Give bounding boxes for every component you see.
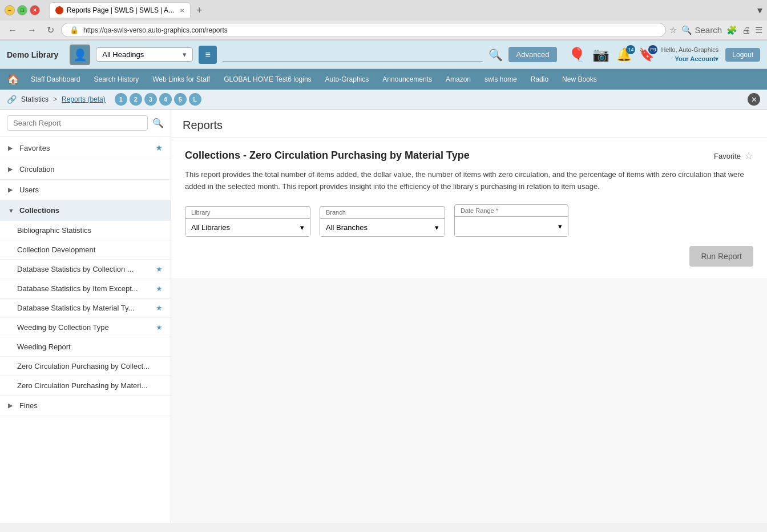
lock-icon: 🔒 [70,26,79,34]
sidebar-subitem-weeding-report[interactable]: Weeding Report [0,337,171,357]
notification-count: 14 [626,45,635,54]
breadcrumb: 🔗 Statistics > Reports (beta) 1 2 3 4 5 … [0,90,767,110]
sidebar-subitem-bibliographic[interactable]: Bibliographic Statistics [0,221,171,240]
report-detail: Collections - Zero Circulation Purchasin… [171,138,767,278]
date-range-filter-label: Date Range * [455,205,568,217]
library-name: Demo Library [7,50,58,59]
home-icon[interactable]: 🏠 [7,73,19,86]
sidebar-item-users[interactable]: ▶ Users [0,180,171,200]
db-item-star-icon[interactable]: ★ [156,284,163,293]
fines-label: Fines [19,401,163,410]
report-description: This report provides the total number of… [185,169,753,193]
nav-new-books[interactable]: New Books [555,71,604,88]
menu-icon[interactable]: ☰ [755,25,762,35]
account-link[interactable]: Your Account▾ [661,55,718,63]
main-search-button[interactable]: 🔍 [489,48,503,62]
breadcrumb-end[interactable]: Reports (beta) [62,95,106,103]
greeting-text: Hello, Auto-Graphics [661,46,718,54]
sidebar-subitem-db-collection[interactable]: Database Statistics by Collection ... ★ [0,260,171,279]
sidebar-item-collections[interactable]: ▼ Collections [0,200,171,221]
collections-arrow: ▼ [8,207,15,214]
favorites-arrow: ▶ [8,144,15,152]
bookmark-icon[interactable]: ☆ [669,25,677,35]
db-collection-star-icon[interactable]: ★ [156,265,163,273]
logout-button[interactable]: Logout [725,48,760,62]
tab-close-button[interactable]: ✕ [180,7,184,14]
breadcrumb-step-l[interactable]: L [189,93,201,106]
nav-amazon[interactable]: Amazon [439,71,478,88]
nav-auto-graphics[interactable]: Auto-Graphics [318,71,376,88]
favorite-star-icon[interactable]: ☆ [744,150,753,162]
users-arrow: ▶ [8,186,15,194]
db-material-star-icon[interactable]: ★ [156,304,163,312]
close-button[interactable]: ✕ [30,5,40,15]
filters-row: Library All Libraries ▾ Branch All Branc… [185,204,753,237]
search-report-area: 🔍 [0,110,171,137]
extensions-icon[interactable]: 🧩 [726,25,737,35]
chevron-down-icon: ▾ [183,50,187,59]
sidebar-subitem-zero-circ-collection[interactable]: Zero Circulation Purchasing by Collect..… [0,357,171,376]
search-report-input[interactable] [7,115,148,131]
nav-search-history[interactable]: Search History [87,71,146,88]
report-name: Collections - Zero Circulation Purchasin… [185,150,470,162]
branch-filter-select[interactable]: All Branches ▾ [320,219,445,236]
notification-area[interactable]: 🔔 14 [616,47,632,62]
branch-filter-group: Branch All Branches ▾ [320,206,445,237]
library-filter-select[interactable]: All Libraries ▾ [185,219,310,236]
breadcrumb-step-2[interactable]: 2 [130,93,142,106]
library-chevron-icon: ▾ [300,223,304,232]
main-search-input[interactable] [223,48,482,62]
refresh-button[interactable]: ↻ [43,23,58,37]
db-material-label: Database Statistics by Material Ty... [17,304,152,312]
breadcrumb-separator: > [53,95,57,103]
browser-search-icon[interactable]: 🔍 Search [681,25,722,35]
browser-tab[interactable]: Reports Page | SWLS | SWLS | A... ✕ [49,2,191,18]
nav-staff-dashboard[interactable]: Staff Dashboard [24,71,87,88]
advanced-search-button[interactable]: Advanced [508,47,558,62]
sidebar-item-fines[interactable]: ▶ Fines [0,396,171,416]
nav-global-home[interactable]: GLOBAL HOME Test6 logins [217,71,318,88]
sidebar-subitem-weeding-collection[interactable]: Weeding by Collection Type ★ [0,318,171,337]
favorite-label: Favorite [714,152,741,160]
db-item-label: Database Statistics by Item Except... [17,284,152,293]
nav-radio[interactable]: Radio [524,71,555,88]
maximize-button[interactable]: □ [17,5,27,15]
search-heading-dropdown[interactable]: All Headings ▾ [96,47,193,62]
sidebar-subitem-db-material[interactable]: Database Statistics by Material Ty... ★ [0,299,171,318]
breadcrumb-step-1[interactable]: 1 [115,93,127,106]
sidebar: 🔍 ▶ Favorites ★ ▶ Circulation ▶ Users ▼ … [0,110,171,523]
f9-area[interactable]: 🔖 F9 [639,47,654,62]
forward-button[interactable]: → [24,24,40,37]
collections-label: Collections [19,206,163,215]
favorites-label: Favorites [19,144,151,152]
search-report-icon[interactable]: 🔍 [152,118,164,128]
sidebar-subitem-collection-dev[interactable]: Collection Development [0,240,171,260]
date-range-filter-select[interactable]: ▾ [455,217,568,236]
weeding-collection-star-icon[interactable]: ★ [156,323,163,332]
app-icon: 👤 [70,45,90,65]
nav-announcements[interactable]: Announcements [376,71,439,88]
weeding-report-label: Weeding Report [17,342,71,351]
nav-swls-home[interactable]: swls home [478,71,524,88]
breadcrumb-start: Statistics [21,95,49,103]
sidebar-item-favorites[interactable]: ▶ Favorites ★ [0,137,171,159]
camera-icon[interactable]: 📷 [592,47,609,63]
stack-icon[interactable]: ≡ [199,46,217,64]
new-tab-button[interactable]: + [193,5,206,17]
branch-filter-value: All Branches [326,223,368,232]
run-report-button[interactable]: Run Report [689,246,753,267]
favorites-star-icon: ★ [155,143,163,153]
breadcrumb-close-button[interactable]: ✕ [748,93,760,106]
balloon-icon[interactable]: 🎈 [568,47,586,63]
sidebar-item-circulation[interactable]: ▶ Circulation [0,159,171,180]
nav-web-links[interactable]: Web Links for Staff [146,71,217,88]
sidebar-subitem-db-item[interactable]: Database Statistics by Item Except... ★ [0,279,171,299]
breadcrumb-step-3[interactable]: 3 [144,93,157,106]
print-icon[interactable]: 🖨 [742,25,750,35]
breadcrumb-step-4[interactable]: 4 [159,93,172,106]
sidebar-subitem-zero-circ-material[interactable]: Zero Circulation Purchasing by Materi... [0,376,171,396]
back-button[interactable]: ← [5,24,21,37]
db-collection-label: Database Statistics by Collection ... [17,265,152,273]
minimize-button[interactable]: − [5,5,15,15]
breadcrumb-step-5[interactable]: 5 [174,93,187,106]
